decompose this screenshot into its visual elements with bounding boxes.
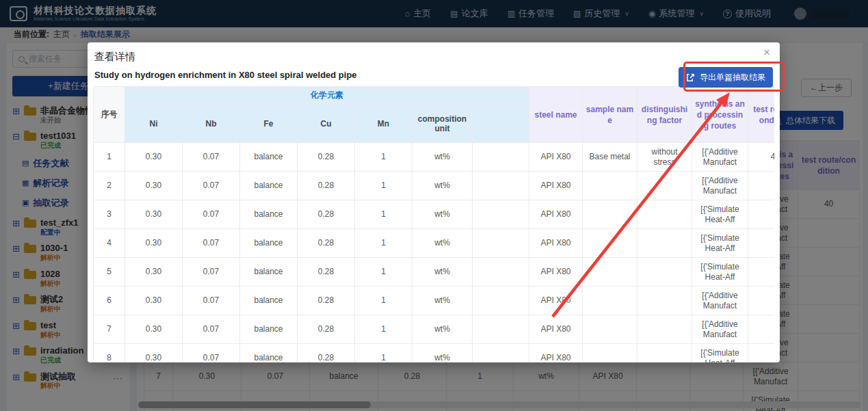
column-header: distinguishing factor xyxy=(637,87,692,143)
paper-title: Study on hydrogen enrichment in X80 stee… xyxy=(94,70,357,80)
row-index-cell: 8 xyxy=(94,344,125,363)
table-cell: balance xyxy=(240,229,298,258)
table-cell: [{'Additive Manufact xyxy=(692,315,748,344)
table-cell: balance xyxy=(240,143,298,172)
table-cell: wt% xyxy=(412,172,473,200)
annotation-highlight-box xyxy=(683,62,785,92)
table-cell xyxy=(748,258,774,287)
table-row: 20.300.07balance0.281wt%API X80[{'Additi… xyxy=(94,172,775,200)
table-cell: balance xyxy=(240,200,298,229)
table-cell: wt% xyxy=(412,200,473,229)
group-header-chemical-elements: 化学元素 xyxy=(125,87,529,105)
table-cell xyxy=(637,287,692,315)
table-cell: balance xyxy=(240,258,298,287)
table-cell xyxy=(748,172,774,200)
close-icon[interactable]: × xyxy=(763,47,770,58)
table-cell: wt% xyxy=(412,143,473,172)
table-cell: 0.28 xyxy=(298,229,355,258)
table-cell: balance xyxy=(240,315,298,344)
table-cell: API X80 xyxy=(529,344,583,363)
column-header: sample name xyxy=(583,87,637,143)
table-cell xyxy=(473,258,529,287)
table-cell: Base metal xyxy=(583,143,637,172)
table-cell xyxy=(637,200,692,229)
table-cell xyxy=(748,229,774,258)
modal-title: 查看详情 xyxy=(94,51,135,64)
table-cell: 0.30 xyxy=(125,287,183,315)
table-cell: balance xyxy=(240,172,298,200)
table-row: 50.300.07balance0.281wt%API X80[{'Simula… xyxy=(94,258,775,287)
table-cell: 40 xyxy=(748,143,774,172)
table-cell xyxy=(473,172,529,200)
table-cell xyxy=(637,315,692,344)
table-cell xyxy=(473,200,529,229)
table-cell: 1 xyxy=(355,344,412,363)
table-cell xyxy=(583,258,637,287)
table-cell: [{'Simulate Heat-Aff xyxy=(692,258,748,287)
row-index-cell: 7 xyxy=(94,315,125,344)
table-cell: 0.30 xyxy=(125,172,183,200)
table-cell: 0.07 xyxy=(183,172,240,200)
table-cell xyxy=(637,229,692,258)
row-index-cell: 5 xyxy=(94,258,125,287)
column-header: steel name xyxy=(529,87,583,143)
table-cell: 0.28 xyxy=(298,143,355,172)
table-cell: [{'Simulate Heat-Aff xyxy=(692,229,748,258)
table-cell: API X80 xyxy=(529,315,583,344)
table-cell: [{'Additive Manufact xyxy=(692,287,748,315)
table-cell: 0.07 xyxy=(183,143,240,172)
table-cell: 0.30 xyxy=(125,258,183,287)
table-cell: balance xyxy=(240,344,298,363)
table-cell xyxy=(637,258,692,287)
table-cell xyxy=(583,229,637,258)
column-header: Ni xyxy=(125,105,183,143)
table-cell xyxy=(748,344,774,363)
table-cell: 0.07 xyxy=(183,258,240,287)
table-cell xyxy=(748,287,774,315)
detail-modal: 查看详情 × Study on hydrogen enrichment in X… xyxy=(88,42,780,362)
table-cell: wt% xyxy=(412,258,473,287)
column-header: Cu xyxy=(298,105,355,143)
table-cell: [{'Additive Manufact xyxy=(692,172,748,200)
table-cell: 0.07 xyxy=(183,287,240,315)
column-header: Mn xyxy=(355,105,412,143)
column-header: composition unit xyxy=(412,105,473,143)
table-cell xyxy=(583,315,637,344)
table-cell: wt% xyxy=(412,344,473,363)
row-index-cell: 2 xyxy=(94,172,125,200)
column-header: 序号 xyxy=(94,87,125,143)
table-cell: 1 xyxy=(355,229,412,258)
table-row: 70.300.07balance0.281wt%API X80[{'Additi… xyxy=(94,315,775,344)
table-cell xyxy=(473,344,529,363)
table-cell: 0.07 xyxy=(183,344,240,363)
table-cell: 0.30 xyxy=(125,315,183,344)
table-cell: 0.07 xyxy=(183,229,240,258)
row-index-cell: 1 xyxy=(94,143,125,172)
table-cell: wt% xyxy=(412,229,473,258)
table-cell xyxy=(583,287,637,315)
table-cell xyxy=(473,229,529,258)
table-cell: [{'Simulate Heat-Aff xyxy=(692,200,748,229)
table-cell xyxy=(748,200,774,229)
table-cell: 1 xyxy=(355,200,412,229)
table-cell: without stress xyxy=(637,143,692,172)
table-row: 10.300.07balance0.281wt%API X80Base meta… xyxy=(94,143,775,172)
table-cell: wt% xyxy=(412,287,473,315)
table-row: 30.300.07balance0.281wt%API X80[{'Simula… xyxy=(94,200,775,229)
table-cell: 0.28 xyxy=(298,315,355,344)
table-cell: API X80 xyxy=(529,172,583,200)
row-index-cell: 4 xyxy=(94,229,125,258)
table-cell: API X80 xyxy=(529,143,583,172)
table-cell xyxy=(583,172,637,200)
row-index-cell: 3 xyxy=(94,200,125,229)
table-cell xyxy=(637,172,692,200)
page-root: 材料科技论文数据抽取系统 Materials Science Literatur… xyxy=(0,0,868,411)
column-header: test route/condition xyxy=(748,87,774,143)
table-cell: [{'Additive Manufact xyxy=(692,143,748,172)
column-header: synthesis and processing routes xyxy=(692,87,748,143)
table-row: 80.300.07balance0.281wt%API X80[{'Simula… xyxy=(94,344,775,363)
row-index-cell: 6 xyxy=(94,287,125,315)
column-header-spacer xyxy=(473,105,529,143)
table-cell: 0.28 xyxy=(298,258,355,287)
modal-table-wrap: 序号 化学元素 steel name sample name distingui… xyxy=(93,86,774,362)
